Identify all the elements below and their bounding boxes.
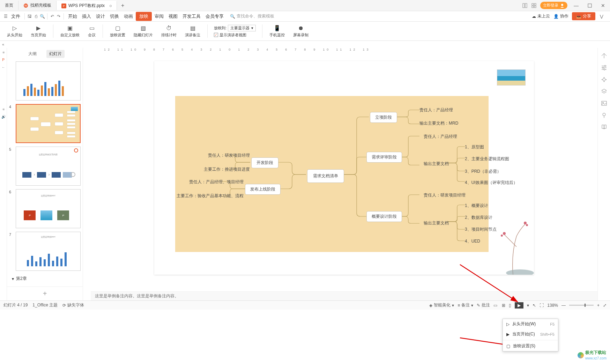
slide-thumb-3[interactable] [16,61,81,101]
menu-vip[interactable]: 会员专享 [203,12,226,21]
menu-design[interactable]: 设计 [94,12,107,21]
notes-pane[interactable]: 这里是举例备注内容。这里是举例备注内容。 [91,291,597,300]
rb-fromstart[interactable]: ▷从头开始 [3,25,26,38]
page-indicator[interactable]: 幻灯片 4 / 19 [3,302,28,308]
view-reading-icon[interactable]: ▯ [509,303,511,308]
popup-fromstart[interactable]: ▷ 从头开始(W)F5 [503,319,558,329]
rb-curpage[interactable]: ▶当页开始 [27,25,50,38]
coop-button[interactable]: 👤 协作 [553,13,568,19]
tab-document[interactable]: P WPS PPT教程.pptx [57,1,117,10]
slide-thumb-5[interactable]: 这里是举例文字内容 › › [16,147,81,186]
save-icon[interactable]: 🖫 [27,14,32,19]
theme-indicator[interactable]: 1_Office 主题 [32,302,58,308]
popup-settings[interactable]: ▢ 放映设置(S) [503,341,558,351]
svg-rect-4 [523,3,525,8]
menu-animation[interactable]: 动画 [122,12,135,21]
play-button[interactable]: ▶ [515,302,523,309]
minimize-button[interactable]: — [571,1,581,10]
rb-meeting[interactable]: ▭会议 [84,25,99,38]
nav-icon[interactable] [601,53,607,59]
collapse-panel-button[interactable]: « [0,41,6,48]
section-header[interactable]: ▾第2章 [9,274,81,283]
collapse-ribbon-icon[interactable]: ⋁ [599,14,604,19]
play-dropdown[interactable]: ▾ [527,303,529,308]
mm-dev-l1: 责任人：研发项目经理 [199,153,250,158]
play-current-icon: ▶ [35,25,42,32]
file-menu[interactable]: 文件 [9,12,22,21]
current-slide: 需求文档清单 开发阶段 责任人：研发项目经理 主要工作：推进项目进度 发布上线阶… [154,61,534,275]
tab-add[interactable]: + [117,2,128,9]
image-icon[interactable] [601,100,607,106]
rb-custom[interactable]: ▣自定义放映 [57,25,83,38]
zoom-value[interactable]: 138% [547,303,558,308]
slide-thumb-6[interactable]: 这里是举例PPT P P [16,189,81,228]
maximize-button[interactable] [585,2,595,9]
mm-des: 概要设计阶段 [366,211,402,222]
mm-rev: 需求评审阶段 [366,152,402,163]
svg-point-30 [604,65,606,67]
popup-current[interactable]: ▶ 当页开始(C)Shift+F5 [503,329,558,339]
rb-timing[interactable]: ⏱排练计时 [158,25,180,38]
fullscreen-icon[interactable]: ⤢ [603,303,607,308]
check-icon: ✓ [214,33,218,37]
view-normal-icon[interactable]: ▭ [493,303,498,308]
tab-slides[interactable]: 幻灯片 [46,50,65,58]
mm-init-l2: 输出主要文档：MRD [419,120,458,126]
display-target-select[interactable]: 主要显示器▾ [228,25,256,31]
cloud-status[interactable]: ☁ 未上云 [532,13,550,19]
grid-icon[interactable] [531,3,537,8]
zoom-in[interactable]: + [597,303,600,308]
svg-text:W: W [24,4,28,7]
menu-review[interactable]: 审阅 [152,12,166,21]
menu-transition[interactable]: 切换 [108,12,121,21]
zoom-slider[interactable] [569,305,594,306]
menu-slideshow[interactable]: 放映 [136,12,152,21]
zoom-out[interactable]: — [561,303,566,308]
rb-hide[interactable]: ▧隐藏幻灯片 [130,25,156,38]
decoration-flowers [492,205,534,275]
presenter-view-checkbox[interactable]: ✓显示演讲者视图 [214,32,256,38]
pin-icon[interactable] [601,112,607,118]
svg-rect-8 [532,6,534,8]
tab-outline[interactable]: 大纲 [25,50,39,58]
book-icon[interactable] [601,124,607,130]
add-slide-button[interactable]: + [7,287,83,300]
layout-icon[interactable] [522,3,528,8]
sliders-icon[interactable] [601,65,607,71]
menu-icon[interactable]: ☰ [3,14,8,19]
share-button[interactable]: 📤 分享 [572,12,595,20]
sb-comments[interactable]: ✎ 批注 [477,302,490,308]
smart-beautify[interactable]: ◈ 智能美化 ▾ [429,302,454,308]
notes-icon: ▤ [189,25,196,32]
tab-templates[interactable]: W 找稻壳模板 [18,1,57,10]
tab-close-icon[interactable] [110,5,112,7]
slide-thumb-7[interactable]: 这里是举例PPT [16,232,81,271]
sparkle-icon[interactable] [601,76,607,83]
menu-view[interactable]: 视图 [166,12,180,21]
view-sorter-icon[interactable]: ⊞ [502,303,505,308]
slide-stage[interactable]: 需求文档清单 开发阶段 责任人：研发项目经理 主要工作：推进项目进度 发布上线阶… [91,54,597,291]
rb-notes[interactable]: ▤演讲备注 [181,25,204,38]
svg-point-10 [561,4,563,6]
slide-thumb-4[interactable] [16,104,81,143]
menu-start[interactable]: 开始 [66,12,79,21]
rb-phone[interactable]: 📱手机遥控 [266,25,288,38]
layers-icon[interactable] [601,88,607,95]
undo-icon[interactable]: ↶ [50,14,55,19]
tab-home[interactable]: 首页 [0,1,18,10]
fit-icon[interactable]: ⛶ [540,303,544,308]
cursor-icon: ↖ [533,303,536,308]
login-button[interactable]: 立即登录 [540,2,567,9]
menu-insert[interactable]: 插入 [80,12,93,21]
svg-rect-12 [41,122,51,126]
print-icon[interactable]: ⎙ [33,14,39,19]
command-search[interactable]: 🔍 查找命令、搜索模板 [230,13,274,19]
close-button[interactable]: ✕ [598,1,608,10]
redo-icon[interactable]: ↷ [56,14,61,19]
menu-devtools[interactable]: 开发工具 [180,12,203,21]
rb-record[interactable]: ⏺屏幕录制 [290,25,312,38]
rb-settings[interactable]: ▢放映设置 [106,25,129,38]
missing-fonts[interactable]: ⟳ 缺失字体 [62,302,84,308]
preview-icon[interactable]: 🔍 [39,14,45,19]
sb-notes[interactable]: ≡ 备注 ▾ [458,302,473,308]
